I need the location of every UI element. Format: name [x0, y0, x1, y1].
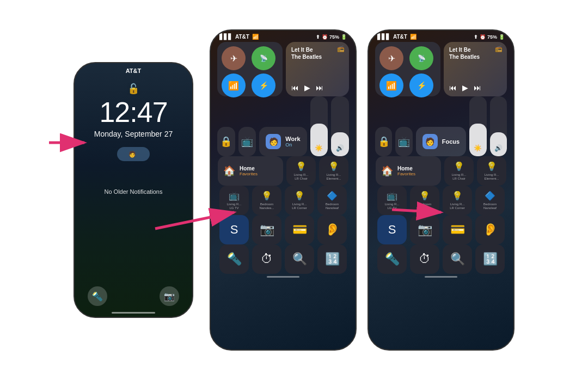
location-icon-3: ⬆ [474, 34, 478, 40]
utility-row-3: S 📷 💳 👂 [375, 215, 507, 244]
cellular-btn-2[interactable]: 📡 [252, 46, 275, 70]
lr-corner-label-2: Living R...LR Corner [292, 203, 307, 210]
next-icon-2[interactable]: ⏭ [316, 83, 323, 92]
play-icon-2[interactable]: ▶ [304, 83, 310, 92]
wifi-btn-2[interactable]: 📶 [222, 73, 246, 97]
alarm-icon-2: ⏰ [322, 34, 328, 40]
bedroom-nano-label-3: BedroomNanoles... [417, 203, 432, 210]
focus-btn-text-3: Focus [442, 138, 460, 145]
battery-icon-3: 🔋 [499, 34, 505, 40]
flashlight-button[interactable]: 🔦 [88, 286, 107, 306]
focus-btn-text-2: Work On [285, 136, 300, 148]
airplane-mode-btn-3[interactable]: ✈ [379, 46, 403, 70]
lr-chair-icon-2: 💡 [296, 161, 307, 171]
flashlight-cc-btn-3[interactable]: 🔦 [377, 244, 407, 274]
lr-element-icon-2: 💡 [328, 161, 339, 171]
volume-slider-2[interactable]: 🔊 [331, 96, 349, 156]
rotation-lock-btn-3[interactable]: 🔒 [375, 127, 392, 156]
bedroom-nanoleaf-label-2: BedroomNanoleaf [326, 203, 339, 210]
devices-row2-3: 📺 Living R...LG TV 💡 BedroomNanoles... 💡… [375, 186, 507, 215]
music-title-3: Let It BeThe Beatles [449, 46, 501, 60]
magnifier-btn-2[interactable]: 🔍 [285, 244, 314, 274]
bedroom-nano-icon-3: 💡 [419, 191, 430, 201]
cc-row2-2: 🔒 📺 🧑 Work On ☀️ 🔊 [217, 96, 349, 156]
screen-mirror-btn-3[interactable]: 📺 [395, 127, 412, 156]
calculator-btn-2[interactable]: 🔢 [317, 244, 347, 274]
bluetooth-btn-3[interactable]: ⚡ [409, 73, 433, 97]
calculator-btn-3[interactable]: 🔢 [475, 244, 505, 274]
lock-screen: AT&T 🔓 12:47 Monday, September 27 🧑 No O… [74, 62, 193, 318]
lr-element-btn-2[interactable]: 💡 Living R...Element... [319, 156, 348, 186]
bedroom-nanoleaf-icon-2: 🔷 [327, 191, 338, 201]
airplane-mode-btn-2[interactable]: ✈ [222, 46, 246, 70]
bedroom-nanoleaf-btn-3[interactable]: 🔷 BedroomNanoleaf [475, 186, 505, 215]
wifi-icon-2: 📶 [252, 34, 259, 40]
music-block-2[interactable]: 📻 Let It BeThe Beatles ⏮ ▶ ⏭ [286, 42, 349, 96]
focus-work-btn-2[interactable]: 🧑 Work On [259, 127, 307, 156]
lr-chair-btn-3[interactable]: 💡 Living R...LR Chair [444, 156, 474, 186]
work-focus-icon-2: 🧑 [266, 134, 281, 149]
cellular-btn-3[interactable]: 📡 [409, 46, 433, 70]
music-block-3[interactable]: 📻 Let It BeThe Beatles ⏮ ▶ ⏭ [444, 42, 507, 96]
brightness-icon-2: ☀️ [315, 144, 323, 152]
rotation-lock-btn-2[interactable]: 🔒 [217, 127, 235, 156]
prev-icon-3[interactable]: ⏮ [449, 83, 457, 92]
focus-btn-title-2: Work [285, 136, 300, 142]
camera-btn-cc-2[interactable]: 📷 [252, 215, 281, 244]
camera-btn-cc-3[interactable]: 📷 [410, 215, 439, 244]
screen-mirror-btn-2[interactable]: 📺 [238, 127, 256, 156]
cc-status-left-3: ▋▋▋ AT&T 📶 [377, 34, 416, 40]
lg-tv-btn-3[interactable]: 📺 Living R...LG TV [377, 186, 407, 215]
next-icon-3[interactable]: ⏭ [474, 83, 481, 92]
home-favorites-btn-3[interactable]: 🏠 Home Favorites [376, 156, 441, 186]
accessibility-btn-2[interactable]: 👂 [317, 215, 347, 244]
play-icon-3[interactable]: ▶ [462, 83, 468, 92]
volume-slider-3[interactable]: 🔊 [490, 96, 507, 156]
home-indicator-cc-2 [267, 276, 299, 278]
timer-btn-2[interactable]: ⏱ [252, 244, 281, 274]
signal-icon-2: ▋▋▋ [219, 34, 232, 40]
carrier-3: AT&T [393, 34, 407, 40]
bedroom-nano-label-2: BedroomNanoles... [259, 203, 274, 210]
home-favorites-btn-2[interactable]: 🏠 Home Favorites [218, 156, 283, 186]
home-row-3: 🏠 Home Favorites 💡 Living R...LR Chair 💡… [375, 156, 507, 186]
flashlight-cc-btn-2[interactable]: 🔦 [219, 244, 249, 274]
lg-tv-btn-2[interactable]: 📺 Living R...LG TV [219, 186, 249, 215]
lr-chair-btn-2[interactable]: 💡 Living R...LR Chair [286, 156, 316, 186]
prev-icon-2[interactable]: ⏮ [291, 83, 299, 92]
bluetooth-btn-2[interactable]: ⚡ [252, 73, 275, 97]
magnifier-btn-3[interactable]: 🔍 [443, 244, 472, 274]
lock-icon: 🔓 [127, 83, 139, 95]
bedroom-nano-btn-3[interactable]: 💡 BedroomNanoles... [410, 186, 439, 215]
location-icon-2: ⬆ [316, 34, 320, 40]
brightness-slider-2[interactable]: ☀️ [310, 96, 328, 156]
shazam-btn-3[interactable]: S [377, 215, 407, 244]
camera-button[interactable]: 📷 [160, 286, 179, 306]
home-indicator [112, 312, 155, 314]
wallet-btn-2[interactable]: 💳 [285, 215, 314, 244]
lr-element-btn-3[interactable]: 💡 Living R...Element... [477, 156, 506, 186]
lg-tv-icon-3: 📺 [387, 191, 397, 201]
bedroom-nano-btn-2[interactable]: 💡 BedroomNanoles... [252, 186, 281, 215]
focus-btn-sub-2: On [285, 142, 300, 148]
home-text-3: Home Favorites [397, 166, 415, 176]
bedroom-nano-icon-2: 💡 [261, 191, 272, 201]
cc-status-right-2: ⬆ ⏰ 75% 🔋 [316, 34, 347, 40]
music-title-2: Let It BeThe Beatles [291, 46, 344, 60]
home-row-2: 🏠 Home Favorites 💡 Living R...LR Chair 💡… [217, 156, 349, 186]
bedroom-nanoleaf-btn-2[interactable]: 🔷 BedroomNanoleaf [317, 186, 347, 215]
timer-btn-3[interactable]: ⏱ [410, 244, 439, 274]
accessibility-btn-3[interactable]: 👂 [475, 215, 505, 244]
lock-time: 12:47 [99, 96, 167, 128]
battery-pct-2: 75% [329, 34, 339, 40]
control-center-screen-work: ▋▋▋ AT&T 📶 ⬆ ⏰ 75% 🔋 ✈ 📡 📶 ⚡ [210, 29, 357, 351]
lr-corner-btn-3[interactable]: 💡 Living R...LR Corner [443, 186, 472, 215]
wallet-btn-3[interactable]: 💳 [443, 215, 472, 244]
lr-corner-btn-2[interactable]: 💡 Living R...LR Corner [285, 186, 314, 215]
focus-toggle-lock[interactable]: 🧑 [117, 147, 150, 161]
focus-btn-3[interactable]: 🧑 Focus [416, 127, 466, 156]
brightness-slider-3[interactable]: ☀️ [469, 96, 486, 156]
airplay-icon-3: 📻 [495, 45, 503, 52]
wifi-btn-3[interactable]: 📶 [379, 73, 403, 97]
shazam-btn-2[interactable]: S [219, 215, 249, 244]
